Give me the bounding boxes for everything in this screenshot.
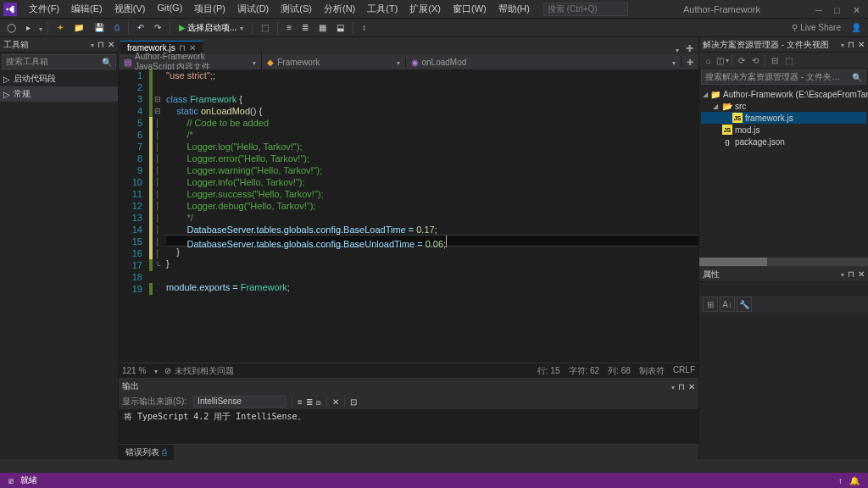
menu-help[interactable]: 帮助(H) xyxy=(493,1,535,17)
solution-scrollbar[interactable] xyxy=(699,258,868,266)
eol-indicator[interactable]: CRLF xyxy=(673,365,695,377)
sol-showall-icon[interactable]: ⬚ xyxy=(782,54,794,66)
new-item-button[interactable]: ✦ xyxy=(53,22,67,33)
save-all-button[interactable]: ⎙ xyxy=(111,22,123,33)
solution-close-icon[interactable]: ✕ xyxy=(858,40,865,49)
output-panel: 输出 ⊓ ✕ 显示输出来源(S): IntelliSense ≡ ≣ ⎄ ✕ ⊡… xyxy=(119,378,698,459)
redo-button[interactable]: ↷ xyxy=(151,22,164,33)
output-close-icon[interactable]: ✕ xyxy=(688,382,695,391)
issues-indicator[interactable]: 未找到相关问题 xyxy=(164,365,234,377)
menu-project[interactable]: 项目(P) xyxy=(189,1,231,17)
output-content: 将 TypeScript 4.2 用于 IntelliSense。 xyxy=(119,409,698,444)
window-title: Author-Framework xyxy=(628,4,815,14)
sol-collapse-icon[interactable]: ⊟ xyxy=(769,54,781,66)
toolbox-item-snippets[interactable]: ▷ 启动代码段 xyxy=(0,71,118,86)
solution-src-folder[interactable]: ◢📂 src xyxy=(701,100,866,112)
undo-button[interactable]: ↶ xyxy=(134,22,147,33)
menu-debug[interactable]: 调试(D) xyxy=(232,1,274,17)
menu-view[interactable]: 视图(V) xyxy=(109,1,151,17)
breadcrumb-method[interactable]: ◉ onLoadMod xyxy=(406,58,682,67)
properties-panel: 属性 ⊓ ✕ ⊞ A↓ 🔧 xyxy=(699,266,868,459)
open-button[interactable]: 📁 xyxy=(70,22,87,33)
menu-git[interactable]: Git(G) xyxy=(152,1,187,17)
back-button[interactable]: ◯ xyxy=(3,22,19,33)
out-icon-1[interactable]: ≡ xyxy=(298,397,303,407)
tab-error-list[interactable]: 错误列表 ⎙ xyxy=(119,445,174,460)
solution-mod-js[interactable]: JS mod.js xyxy=(701,124,866,136)
menu-window[interactable]: 窗口(W) xyxy=(448,1,492,17)
out-icon-3[interactable]: ⎄ xyxy=(316,397,321,407)
fold-gutter[interactable]: ⊟⊟ ││││ ││││ ││││ └ xyxy=(153,69,163,363)
menu-tools[interactable]: 工具(T) xyxy=(362,1,403,17)
tb-icon-3[interactable]: ≣ xyxy=(298,22,312,33)
output-source-label: 显示输出来源(S): xyxy=(122,396,186,408)
breadcrumb-class[interactable]: ◆ Framework xyxy=(262,58,405,67)
menu-edit[interactable]: 编辑(E) xyxy=(66,1,108,17)
titlebar: 文件(F) 编辑(E) 视图(V) Git(G) 项目(P) 调试(D) 测试(… xyxy=(0,0,868,19)
maximize-button[interactable]: □ xyxy=(834,5,843,14)
properties-close-icon[interactable]: ✕ xyxy=(858,269,865,279)
minimize-button[interactable]: ─ xyxy=(815,5,824,14)
status-source-control[interactable]: ↑ xyxy=(835,476,846,485)
solution-dropdown[interactable] xyxy=(839,40,844,49)
properties-pin-icon[interactable]: ⊓ xyxy=(848,269,854,279)
solution-toolbar: ⌂ ◫ ⟳ ⟲ ⊟ ⬚ xyxy=(699,53,868,68)
nav-dropdown[interactable] xyxy=(37,23,42,33)
out-icon-5[interactable]: ⊡ xyxy=(350,397,357,407)
solution-pin-icon[interactable]: ⊓ xyxy=(848,40,854,49)
sol-sync-icon[interactable]: ⟳ xyxy=(736,54,748,66)
save-button[interactable]: 💾 xyxy=(91,22,108,33)
solution-search[interactable]: 搜索解决方案资源管理器 - 文件夹视图(Ctrl+;) 🔍 xyxy=(701,69,866,85)
breadcrumb-split[interactable]: ✚ xyxy=(682,58,698,67)
prop-categorize-icon[interactable]: ⊞ xyxy=(703,297,718,312)
properties-dropdown[interactable] xyxy=(839,269,844,279)
output-source-select[interactable]: IntelliSense xyxy=(193,396,287,408)
out-icon-4[interactable]: ✕ xyxy=(332,397,339,407)
indent-indicator[interactable]: 制表符 xyxy=(639,365,665,377)
tb-icon-2[interactable]: ≡ xyxy=(283,22,295,33)
tb-icon-1[interactable]: ⬚ xyxy=(258,22,272,33)
toolbox-dropdown[interactable] xyxy=(89,40,94,49)
output-dropdown[interactable] xyxy=(670,382,675,391)
tabs-plus[interactable]: ✚ xyxy=(682,43,697,54)
status-output-icon[interactable]: ⎚ xyxy=(5,476,17,485)
menu-analyze[interactable]: 分析(N) xyxy=(319,1,360,17)
code-editor[interactable]: 1 2 3 4 5 6 7 8 9 10 11 12 13 14 15 16 1… xyxy=(119,69,698,363)
solution-package-json[interactable]: {} package.json xyxy=(701,136,866,147)
out-icon-2[interactable]: ≣ xyxy=(306,397,313,407)
code-content[interactable]: "use strict";; class Framework { static … xyxy=(163,69,698,363)
toolbox-search[interactable]: 搜索工具箱 🔍 xyxy=(2,54,116,69)
solution-root[interactable]: ◢📁 Author-Framework (E:\EscapeFromTarkov… xyxy=(701,88,866,100)
col-indicator: 列: 68 xyxy=(608,365,631,377)
solution-explorer: 解决方案资源管理器 - 文件夹视图 ⊓ ✕ ⌂ ◫ ⟳ ⟲ ⊟ ⬚ 搜索解决方案… xyxy=(698,37,868,459)
status-notifications[interactable]: 🔔 xyxy=(846,476,863,485)
sol-home-icon[interactable]: ⌂ xyxy=(703,54,715,66)
live-share-button[interactable]: ⚲ Live Share xyxy=(788,23,844,32)
output-pin-icon[interactable]: ⊓ xyxy=(678,382,685,391)
search-input[interactable] xyxy=(543,3,628,16)
menu-file[interactable]: 文件(F) xyxy=(24,1,64,17)
account-button[interactable]: 👤 xyxy=(848,22,865,33)
run-button[interactable]: ▶ 选择启动项... xyxy=(175,21,247,35)
tb-icon-4[interactable]: ▦ xyxy=(315,22,330,33)
zoom-level[interactable]: 121 % xyxy=(122,366,146,375)
prop-events-icon[interactable]: 🔧 xyxy=(737,297,752,312)
solution-framework-js[interactable]: JS framework.js xyxy=(701,112,866,124)
tabs-overflow[interactable] xyxy=(670,44,682,54)
sol-view-icon[interactable]: ◫ xyxy=(716,54,728,66)
toolbox-pin-icon[interactable]: ⊓ xyxy=(97,40,104,49)
solution-tree: ◢📁 Author-Framework (E:\EscapeFromTarkov… xyxy=(699,86,868,149)
vs-logo[interactable] xyxy=(3,3,17,16)
toolbox-close-icon[interactable]: ✕ xyxy=(108,40,114,49)
breadcrumb-bar: ▤ Author-Framework JavaScript 内容文件 ◆ Fra… xyxy=(119,54,698,69)
forward-button[interactable]: ▸ xyxy=(23,22,34,33)
search-icon: 🔍 xyxy=(102,58,112,67)
menu-extensions[interactable]: 扩展(X) xyxy=(404,1,446,17)
prop-alpha-icon[interactable]: A↓ xyxy=(720,297,735,312)
close-button[interactable]: ✕ xyxy=(853,5,861,14)
menu-test[interactable]: 测试(S) xyxy=(275,1,317,17)
tb-icon-6[interactable]: ↕ xyxy=(359,22,370,33)
toolbox-item-general[interactable]: ▷ 常规 xyxy=(0,86,118,102)
tb-icon-5[interactable]: ⬓ xyxy=(333,22,348,33)
sol-refresh-icon[interactable]: ⟲ xyxy=(749,54,761,66)
